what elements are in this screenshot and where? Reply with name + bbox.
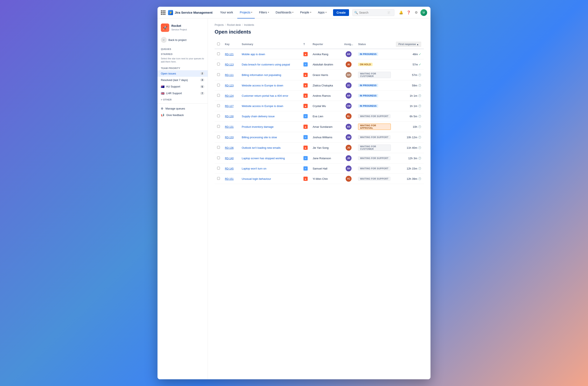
brand-logo-area: ⚡ Jira Service Management <box>168 10 212 15</box>
search-shortcut: / <box>388 11 390 14</box>
issue-key-link[interactable]: RD-123 <box>225 84 233 87</box>
issue-key-cell: RD-121 <box>222 49 239 59</box>
notifications-button[interactable]: 🔔 <box>398 9 404 16</box>
issue-assignee-cell: AR <box>342 49 356 59</box>
first-response-time: 12h 3m <box>408 157 417 160</box>
sidebar-item-lhr-support[interactable]: 🇬🇧 LHR Support 7 <box>158 90 208 97</box>
nav-dashboards[interactable]: Dashboards ▾ <box>273 7 296 19</box>
create-button[interactable]: Create <box>333 9 349 16</box>
search-box[interactable]: 🔍 / <box>352 9 394 16</box>
col-summary: Summary <box>239 40 301 49</box>
other-label[interactable]: > OTHER <box>158 97 208 102</box>
search-input[interactable] <box>359 11 386 14</box>
row-checkbox[interactable] <box>217 73 220 76</box>
issue-summary-link[interactable]: Outlook isn't loading new emails <box>242 146 281 149</box>
lhr-support-badge: 7 <box>200 92 204 95</box>
assignee-avatar: GH <box>346 72 352 78</box>
reporter-name: Jane Rotanson <box>313 157 331 160</box>
issue-summary-cell: Customer return portal has a 404 error <box>239 91 301 101</box>
issue-summary-link[interactable]: Website access in Europe is down <box>242 104 283 108</box>
first-response-value: 1h 1m 🕐 <box>396 104 421 108</box>
row-checkbox[interactable] <box>217 125 220 128</box>
sidebar-item-resolved[interactable]: Resolved (last 7 days) 3 <box>158 77 208 83</box>
issue-key-link[interactable]: RD-113 <box>225 63 233 66</box>
issue-summary-link[interactable]: Billing information not populating <box>242 74 281 77</box>
nav-your-work[interactable]: Your work <box>218 7 236 19</box>
issue-summary-link[interactable]: Supply chain delivery issue <box>242 115 275 118</box>
row-checkbox-cell <box>215 49 222 59</box>
select-all-checkbox[interactable] <box>217 43 220 45</box>
issue-type-icon: ≡ <box>303 135 308 139</box>
issue-type-icon: ≡ <box>303 156 308 160</box>
breadcrumb-projects[interactable]: Projects <box>215 23 224 26</box>
issue-key-link[interactable]: RD-127 <box>225 105 233 108</box>
first-response-clock-icon: 🕐 <box>418 125 421 128</box>
row-checkbox[interactable] <box>217 104 220 107</box>
issue-key-link[interactable]: RD-145 <box>225 167 233 170</box>
issue-key-link[interactable]: RD-140 <box>225 157 233 160</box>
row-checkbox[interactable] <box>217 167 220 170</box>
issue-summary-link[interactable]: Laptop won't turn on <box>242 167 266 170</box>
col-first-response[interactable]: First response ▲ <box>393 40 424 49</box>
user-avatar[interactable]: U <box>420 9 427 16</box>
issue-key-cell: RD-130 <box>222 111 239 121</box>
lhr-support-label: LHR Support <box>166 92 182 95</box>
assignee-avatar: AS <box>346 124 352 130</box>
status-badge: WAITING FOR CUSTOMER <box>358 72 391 78</box>
issue-summary-link[interactable]: Product inventory damage <box>242 125 274 128</box>
chevron-down-icon: ▾ <box>310 11 311 13</box>
issue-key-link[interactable]: RD-136 <box>225 146 233 149</box>
resolved-badge: 3 <box>200 78 204 81</box>
first-response-check-icon: ✓ <box>419 52 421 56</box>
issue-key-link[interactable]: RD-130 <box>225 115 233 118</box>
row-checkbox[interactable] <box>217 156 220 159</box>
issue-summary-link[interactable]: Customer return portal has a 404 error <box>242 94 288 97</box>
table-row: RD-113 Data breach for customers using p… <box>215 59 424 70</box>
issue-summary-link[interactable]: Laptop screen has stopped working <box>242 157 285 160</box>
issue-summary-link[interactable]: Unusual login behaviour <box>242 177 271 180</box>
issue-status-cell: WAITING FOR SUPPORT <box>356 153 393 163</box>
row-checkbox[interactable] <box>217 63 220 65</box>
first-response-clock-icon: 🕐 <box>418 94 421 97</box>
issue-summary-link[interactable]: Data breach for customers using paypal <box>242 63 290 66</box>
issue-key-link[interactable]: RD-133 <box>225 136 233 139</box>
issue-summary-link[interactable]: Mobile app is down <box>242 53 265 56</box>
issue-key-cell: RD-131 <box>222 121 239 132</box>
help-button[interactable]: ❓ <box>405 9 412 16</box>
manage-queues-button[interactable]: ⚙ Manage queues <box>158 105 208 112</box>
issue-key-link[interactable]: RD-111 <box>225 74 233 77</box>
row-checkbox[interactable] <box>217 115 220 117</box>
grid-icon[interactable] <box>161 10 166 15</box>
issue-key-link[interactable]: RD-124 <box>225 94 233 97</box>
back-to-project-button[interactable]: ← Back to project <box>158 35 208 44</box>
nav-apps[interactable]: Apps ▾ <box>315 7 329 19</box>
row-checkbox[interactable] <box>217 84 220 86</box>
issue-type-cell: ≡ <box>301 163 310 174</box>
au-support-badge: 5 <box>200 85 204 88</box>
give-feedback-button[interactable]: 📢 Give feedback <box>158 112 208 118</box>
sidebar-item-open-issues[interactable]: Open issues 2 <box>158 70 208 77</box>
issue-type-icon: ≡ <box>303 114 308 118</box>
issue-key-link[interactable]: RD-151 <box>225 177 233 180</box>
manage-queues-label: Manage queues <box>166 107 185 110</box>
nav-filters[interactable]: Filters ▾ <box>256 7 271 19</box>
row-checkbox[interactable] <box>217 135 220 138</box>
table-row: RD-131 Product inventory damage ▲ Amar S… <box>215 121 424 132</box>
nav-projects[interactable]: Projects ▾ <box>237 7 255 19</box>
sidebar-item-au-support[interactable]: 🇦🇺 AU Support 5 <box>158 83 208 90</box>
issue-summary-link[interactable]: Website access in Europe is down <box>242 84 283 87</box>
issue-assignee-cell: YC <box>342 174 356 184</box>
breadcrumb-rocket-desk[interactable]: Rocket desk <box>227 23 241 26</box>
issue-summary-cell: Data breach for customers using paypal <box>239 59 301 70</box>
nav-people[interactable]: People ▾ <box>297 7 314 19</box>
table-row: RD-123 Website access in Europe is down … <box>215 80 424 91</box>
issue-summary-link[interactable]: Billing processing site is slow <box>242 136 277 139</box>
issue-key-link[interactable]: RD-121 <box>225 53 233 56</box>
row-checkbox[interactable] <box>217 94 220 97</box>
issue-key-link[interactable]: RD-131 <box>225 125 233 128</box>
settings-button[interactable]: ⚙ <box>413 9 420 16</box>
row-checkbox[interactable] <box>217 52 220 55</box>
status-badge: WAITING FOR APPROVAL <box>358 124 391 130</box>
row-checkbox[interactable] <box>217 146 220 149</box>
row-checkbox[interactable] <box>217 177 220 180</box>
